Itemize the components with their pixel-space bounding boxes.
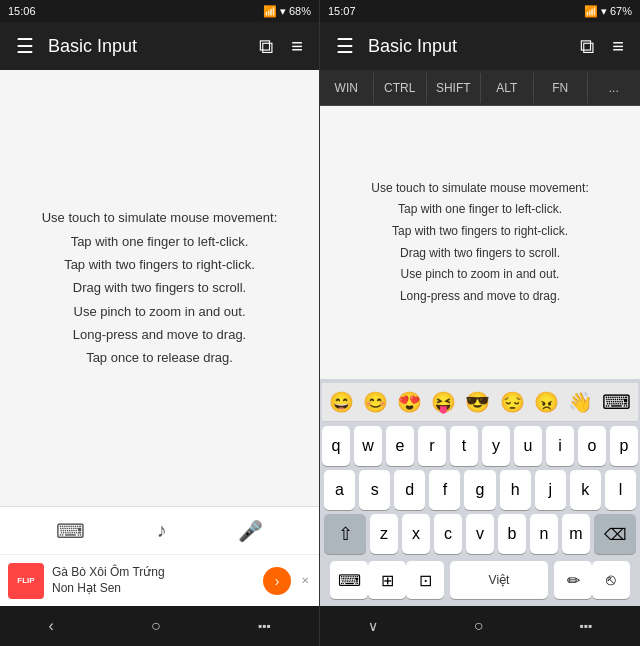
emoji-2[interactable]: 😊 <box>360 388 391 416</box>
pencil-btn[interactable]: ✏ <box>554 561 592 599</box>
ctrl-key[interactable]: CTRL <box>374 73 428 103</box>
key-c[interactable]: c <box>434 514 462 554</box>
keyboard: 😄 😊 😍 😝 😎 😔 😠 👋 ⌨ q w e r t y u i o p a <box>320 379 640 606</box>
key-i[interactable]: i <box>546 426 574 466</box>
content-left: Use touch to simulate mouse movement: Ta… <box>0 70 319 506</box>
key-p[interactable]: p <box>610 426 638 466</box>
ad-cta-button[interactable]: › <box>263 567 291 595</box>
ad-text: Gà Bò Xôi Ôm Trứng Non Hạt Sen <box>52 565 255 596</box>
wifi-icon: ▾ <box>280 5 286 18</box>
key-row-1: q w e r t y u i o p <box>322 426 638 466</box>
ad-logo-text: FLIP <box>17 576 34 585</box>
text-line-2: Tap with one finger to left-click. <box>42 230 278 253</box>
key-d[interactable]: d <box>394 470 425 510</box>
key-row-2: a s d f g h j k l <box>322 470 638 510</box>
keyboard-settings-btn[interactable]: ⌨ <box>330 561 368 599</box>
home-button-right[interactable]: ○ <box>454 613 504 639</box>
key-e[interactable]: e <box>386 426 414 466</box>
text-line-7: Tap once to release drag. <box>42 346 278 369</box>
text-line-3: Tap with two fingers to right-click. <box>42 253 278 276</box>
expand-btn[interactable]: ⊞ <box>368 561 406 599</box>
text-line-1: Use touch to simulate mouse movement: <box>42 206 278 229</box>
key-q[interactable]: q <box>322 426 350 466</box>
key-h[interactable]: h <box>500 470 531 510</box>
key-f[interactable]: f <box>429 470 460 510</box>
layers-icon-left[interactable]: ⧉ <box>255 31 277 62</box>
instruction-text-left: Use touch to simulate mouse movement: Ta… <box>42 206 278 370</box>
key-r[interactable]: r <box>418 426 446 466</box>
keyboard-bottom-row: ⌨ ⊞ ⊡ Việt ✏ ⎋ <box>322 558 638 602</box>
hamburger-icon-right[interactable]: ☰ <box>332 30 358 62</box>
r-text-line-1: Use touch to simulate mouse movement: <box>371 178 588 200</box>
key-v[interactable]: v <box>466 514 494 554</box>
key-g[interactable]: g <box>464 470 495 510</box>
screenshot-btn[interactable]: ⊡ <box>406 561 444 599</box>
menu-icon-left[interactable]: ≡ <box>287 31 307 62</box>
space-key[interactable]: Việt <box>450 561 548 599</box>
back-button-left[interactable]: ‹ <box>29 613 74 639</box>
shift-key[interactable]: SHIFT <box>427 73 481 103</box>
time-right: 15:07 <box>328 5 356 17</box>
key-k[interactable]: k <box>570 470 601 510</box>
ad-banner: FLIP Gà Bò Xôi Ôm Trứng Non Hạt Sen › ✕ <box>0 554 319 606</box>
emoji-3[interactable]: 😍 <box>394 388 425 416</box>
key-b[interactable]: b <box>498 514 526 554</box>
key-row-3: ⇧ z x c v b n m ⌫ <box>322 514 638 554</box>
hamburger-icon-left[interactable]: ☰ <box>12 30 38 62</box>
emoji-4[interactable]: 😝 <box>428 388 459 416</box>
emoji-8[interactable]: 👋 <box>565 388 596 416</box>
r-text-line-2: Tap with one finger to left-click. <box>371 199 588 221</box>
share-btn[interactable]: ⎋ <box>592 561 630 599</box>
key-j[interactable]: j <box>535 470 566 510</box>
emoji-5[interactable]: 😎 <box>462 388 493 416</box>
battery-left: 68% <box>289 5 311 17</box>
win-key[interactable]: WIN <box>320 73 374 103</box>
key-t[interactable]: t <box>450 426 478 466</box>
key-z[interactable]: z <box>370 514 398 554</box>
key-a[interactable]: a <box>324 470 355 510</box>
ad-close-button[interactable]: ✕ <box>299 573 311 588</box>
recent-button-right[interactable]: ▪▪▪ <box>559 615 612 637</box>
emoji-7[interactable]: 😠 <box>531 388 562 416</box>
home-button-left[interactable]: ○ <box>131 613 181 639</box>
toolbar-right: ☰ Basic Input ⧉ ≡ <box>320 22 640 70</box>
keyboard-icon[interactable]: ⌨ <box>56 519 85 543</box>
delete-key[interactable]: ⌫ <box>594 514 636 554</box>
emoji-row: 😄 😊 😍 😝 😎 😔 😠 👋 ⌨ <box>322 383 638 422</box>
key-u[interactable]: u <box>514 426 542 466</box>
more-keys[interactable]: ... <box>588 73 641 103</box>
key-x[interactable]: x <box>402 514 430 554</box>
key-m[interactable]: m <box>562 514 590 554</box>
signal-icon: 📶 <box>263 5 277 18</box>
music-icon[interactable]: ♪ <box>156 519 166 542</box>
ad-line2: Non Hạt Sen <box>52 581 255 597</box>
modifier-keys-row: WIN CTRL SHIFT ALT FN ... <box>320 70 640 106</box>
emoji-6[interactable]: 😔 <box>497 388 528 416</box>
shift-key-btn[interactable]: ⇧ <box>324 514 366 554</box>
layers-icon-right[interactable]: ⧉ <box>576 31 598 62</box>
key-n[interactable]: n <box>530 514 558 554</box>
ad-logo: FLIP <box>8 563 44 599</box>
fn-key[interactable]: FN <box>534 73 588 103</box>
menu-icon-right[interactable]: ≡ <box>608 31 628 62</box>
back-button-right[interactable]: ∨ <box>348 614 398 638</box>
key-y[interactable]: y <box>482 426 510 466</box>
mic-icon[interactable]: 🎤 <box>238 519 263 543</box>
emoji-9[interactable]: ⌨ <box>599 388 634 416</box>
key-w[interactable]: w <box>354 426 382 466</box>
battery-right: 67% <box>610 5 632 17</box>
text-line-4: Drag with two fingers to scroll. <box>42 276 278 299</box>
app-title-right: Basic Input <box>368 36 566 57</box>
alt-key[interactable]: ALT <box>481 73 535 103</box>
text-line-5: Use pinch to zoom in and out. <box>42 300 278 323</box>
emoji-1[interactable]: 😄 <box>326 388 357 416</box>
status-bar-left: 15:06 📶 ▾ 68% <box>0 0 319 22</box>
r-text-line-6: Long-press and move to drag. <box>371 286 588 308</box>
status-right: 📶 ▾ 68% <box>263 5 311 18</box>
content-right: Use touch to simulate mouse movement: Ta… <box>320 106 640 379</box>
ad-line1: Gà Bò Xôi Ôm Trứng <box>52 565 255 581</box>
key-o[interactable]: o <box>578 426 606 466</box>
recent-button-left[interactable]: ▪▪▪ <box>238 615 291 637</box>
key-s[interactable]: s <box>359 470 390 510</box>
key-l[interactable]: l <box>605 470 636 510</box>
